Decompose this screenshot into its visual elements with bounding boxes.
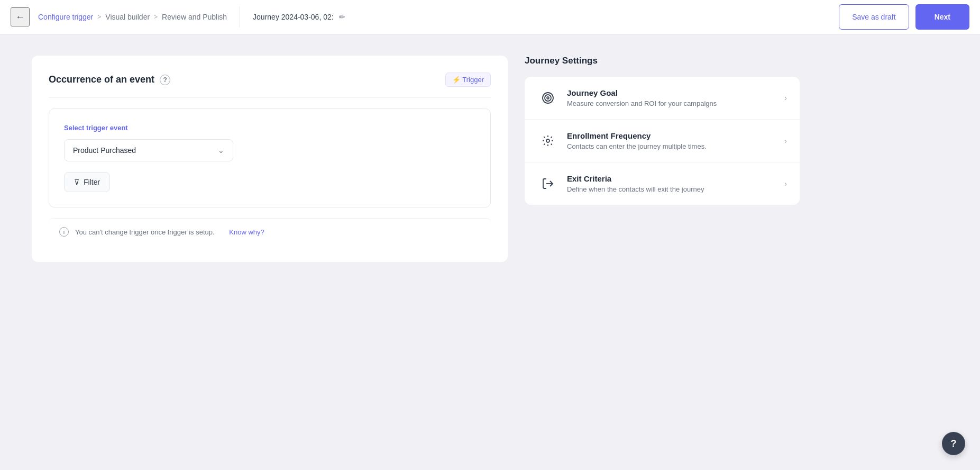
nav-actions: Save as draft Next [839, 4, 969, 30]
svg-point-2 [547, 97, 549, 99]
filter-button[interactable]: ⊽ Filter [64, 172, 110, 192]
back-button[interactable]: ← [11, 7, 30, 26]
filter-icon: ⊽ [74, 178, 79, 186]
enrollment-frequency-desc: Contacts can enter the journey multiple … [567, 142, 776, 150]
next-button[interactable]: Next [915, 4, 969, 30]
know-why-link[interactable]: Know why? [229, 228, 264, 236]
exit-criteria-title: Exit Criteria [567, 174, 776, 183]
breadcrumb-sep-1: > [97, 13, 101, 21]
trigger-badge-text: ⚡ Trigger [452, 76, 484, 84]
trigger-inner-card: Select trigger event Product Purchased ⌄… [49, 109, 491, 207]
goal-icon [537, 87, 558, 109]
dropdown-value: Product Purchased [73, 146, 136, 155]
card-title-text: Occurrence of an event [49, 74, 154, 85]
right-panel: Journey Settings Journey Goal Measure co… [525, 56, 800, 449]
filter-label: Filter [84, 178, 100, 186]
enrollment-frequency-title: Enrollment Frequency [567, 131, 776, 140]
card-header: Occurrence of an event ? ⚡ Trigger [49, 73, 491, 98]
journey-goal-title: Journey Goal [567, 88, 776, 97]
save-draft-button[interactable]: Save as draft [839, 4, 909, 30]
help-fab-button[interactable]: ? [942, 432, 965, 455]
breadcrumb-visual-builder[interactable]: Visual builder [105, 13, 150, 21]
info-text: You can't change trigger once trigger is… [75, 228, 215, 236]
svg-point-1 [545, 95, 551, 101]
main-content: Occurrence of an event ? ⚡ Trigger Selec… [0, 34, 980, 470]
svg-point-3 [546, 139, 549, 142]
chevron-right-icon-enrollment: › [784, 137, 787, 145]
info-icon: i [59, 227, 69, 237]
info-banner: i You can't change trigger once trigger … [49, 218, 491, 245]
exit-criteria-desc: Define when the contacts will exit the j… [567, 185, 776, 193]
breadcrumb-sep-2: > [154, 13, 158, 21]
select-trigger-label: Select trigger event [64, 124, 475, 132]
enrollment-frequency-content: Enrollment Frequency Contacts can enter … [567, 131, 776, 150]
breadcrumb-review-publish[interactable]: Review and Publish [162, 13, 227, 21]
card-title: Occurrence of an event ? [49, 74, 170, 85]
journey-title: Journey 2024-03-06, 02: ✏ [253, 13, 345, 21]
breadcrumb: Configure trigger > Visual builder > Rev… [38, 13, 227, 21]
journey-goal-desc: Measure conversion and ROI for your camp… [567, 100, 776, 107]
settings-title: Journey Settings [525, 56, 800, 66]
chevron-down-icon: ⌄ [218, 146, 224, 155]
chevron-right-icon-goal: › [784, 94, 787, 102]
nav-separator [240, 6, 240, 28]
svg-point-0 [543, 93, 553, 103]
breadcrumb-configure-trigger[interactable]: Configure trigger [38, 13, 93, 21]
settings-item-exit-criteria[interactable]: Exit Criteria Define when the contacts w… [525, 162, 800, 205]
occurrence-card: Occurrence of an event ? ⚡ Trigger Selec… [32, 56, 508, 262]
settings-item-journey-goal[interactable]: Journey Goal Measure conversion and ROI … [525, 77, 800, 120]
journey-goal-content: Journey Goal Measure conversion and ROI … [567, 88, 776, 107]
edit-icon[interactable]: ✏ [339, 13, 345, 21]
settings-card: Journey Goal Measure conversion and ROI … [525, 77, 800, 205]
enrollment-icon [537, 130, 558, 151]
trigger-event-dropdown[interactable]: Product Purchased ⌄ [64, 139, 233, 161]
trigger-badge: ⚡ Trigger [445, 73, 491, 87]
settings-item-enrollment-frequency[interactable]: Enrollment Frequency Contacts can enter … [525, 120, 800, 162]
journey-title-text: Journey 2024-03-06, 02: [253, 13, 334, 21]
top-nav: ← Configure trigger > Visual builder > R… [0, 0, 980, 34]
exit-criteria-content: Exit Criteria Define when the contacts w… [567, 174, 776, 193]
exit-icon [537, 173, 558, 194]
left-panel: Occurrence of an event ? ⚡ Trigger Selec… [32, 56, 508, 449]
help-icon[interactable]: ? [160, 75, 170, 85]
chevron-right-icon-exit: › [784, 179, 787, 188]
